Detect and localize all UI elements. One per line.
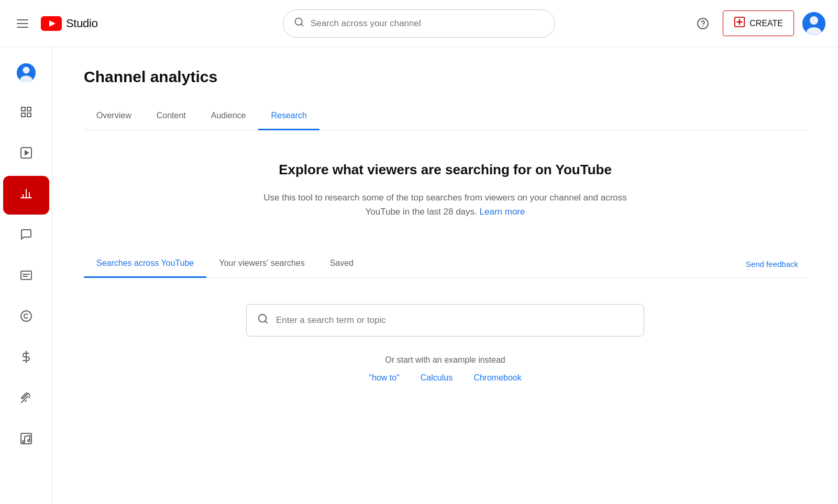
sub-tabs: Searches across YouTube Your viewers' se… xyxy=(84,250,737,277)
question-circle-icon xyxy=(697,17,709,30)
sidebar-item-audio[interactable] xyxy=(3,421,49,460)
hamburger-menu-button[interactable] xyxy=(13,15,32,32)
grid-icon xyxy=(20,106,32,121)
tab-overview[interactable]: Overview xyxy=(84,103,144,130)
sub-tab-viewers-searches[interactable]: Your viewers' searches xyxy=(206,250,317,278)
sidebar xyxy=(0,47,52,504)
tab-audience[interactable]: Audience xyxy=(199,103,259,130)
sidebar-channel-avatar xyxy=(17,63,36,82)
example-link-howto[interactable]: "how to" xyxy=(369,373,400,383)
channel-search-bar[interactable] xyxy=(283,9,555,38)
help-button[interactable] xyxy=(691,12,714,35)
topbar: Studio xyxy=(0,0,838,47)
avatar-icon xyxy=(802,12,825,35)
play-square-icon xyxy=(20,147,32,162)
example-section: Or start with an example instead "how to… xyxy=(84,355,807,383)
analytics-tabs: Overview Content Audience Research xyxy=(84,103,807,130)
svg-rect-16 xyxy=(27,107,31,111)
music-icon xyxy=(20,432,32,448)
create-button[interactable]: CREATE xyxy=(723,10,794,36)
sub-tabs-row: Searches across YouTube Your viewers' se… xyxy=(84,250,807,278)
sub-tab-searches-youtube[interactable]: Searches across YouTube xyxy=(84,250,206,278)
create-label: CREATE xyxy=(749,19,783,28)
dollar-icon xyxy=(20,351,32,366)
youtube-logo-icon xyxy=(41,16,62,31)
main-content: Channel analytics Overview Content Audie… xyxy=(52,47,838,504)
avatar[interactable] xyxy=(802,12,825,35)
send-feedback-button[interactable]: Send feedback xyxy=(737,255,807,273)
example-links: "how to" Calculus Chromebook xyxy=(84,373,807,383)
svg-rect-25 xyxy=(21,271,31,279)
learn-more-link[interactable]: Learn more xyxy=(480,207,525,217)
example-link-calculus[interactable]: Calculus xyxy=(421,373,453,383)
svg-rect-15 xyxy=(21,107,25,111)
sidebar-item-dashboard[interactable] xyxy=(3,94,49,133)
example-label: Or start with an example instead xyxy=(84,355,807,365)
sidebar-item-copyright[interactable] xyxy=(3,298,49,337)
logo-wrap[interactable]: Studio xyxy=(41,16,98,31)
svg-point-13 xyxy=(23,67,29,74)
tab-content[interactable]: Content xyxy=(144,103,199,130)
sidebar-item-analytics[interactable] xyxy=(3,176,49,215)
hero-desc-text: Use this tool to research some of the to… xyxy=(263,193,627,217)
studio-label: Studio xyxy=(66,17,98,30)
sidebar-item-subtitles[interactable] xyxy=(3,257,49,296)
sidebar-item-customization[interactable] xyxy=(3,380,49,419)
hero-description: Use this tool to research some of the to… xyxy=(262,191,629,219)
channel-search-input[interactable] xyxy=(311,18,544,29)
page-title: Channel analytics xyxy=(84,68,807,86)
svg-rect-17 xyxy=(21,113,25,117)
comment-icon xyxy=(20,228,32,244)
sidebar-item-content[interactable] xyxy=(3,135,49,174)
research-search-input[interactable] xyxy=(276,315,633,326)
research-search-wrap xyxy=(84,304,807,337)
svg-point-33 xyxy=(28,440,30,442)
sidebar-item-monetization[interactable] xyxy=(3,339,49,378)
example-link-chromebook[interactable]: Chromebook xyxy=(473,373,522,383)
svg-marker-20 xyxy=(25,151,28,155)
subtitles-icon xyxy=(20,269,32,285)
topbar-center xyxy=(170,9,668,38)
sidebar-item-comments[interactable] xyxy=(3,217,49,255)
svg-point-32 xyxy=(23,441,25,443)
svg-point-28 xyxy=(21,311,31,321)
research-search-bar[interactable] xyxy=(246,304,644,337)
topbar-right: CREATE xyxy=(668,10,825,36)
tab-research[interactable]: Research xyxy=(258,103,319,130)
research-search-icon xyxy=(257,313,269,328)
hero-title: Explore what viewers are searching for o… xyxy=(105,162,786,178)
wand-icon xyxy=(20,391,32,407)
bar-chart-icon xyxy=(20,187,32,203)
svg-line-35 xyxy=(265,321,267,323)
svg-point-10 xyxy=(810,16,818,25)
topbar-left: Studio xyxy=(13,15,170,32)
copyright-icon xyxy=(20,310,32,326)
sub-tab-saved[interactable]: Saved xyxy=(317,250,366,278)
app-body: Channel analytics Overview Content Audie… xyxy=(0,47,838,504)
sidebar-item-channel[interactable] xyxy=(3,53,49,92)
create-plus-icon xyxy=(734,16,745,30)
svg-rect-18 xyxy=(27,113,31,117)
svg-line-3 xyxy=(301,24,303,26)
hero-section: Explore what viewers are searching for o… xyxy=(84,130,807,240)
search-icon xyxy=(294,17,304,30)
